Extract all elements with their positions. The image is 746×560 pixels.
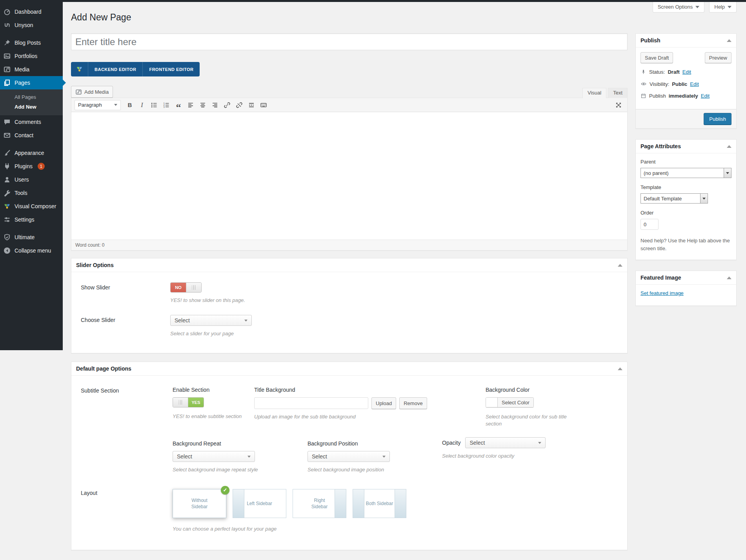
paragraph-format-select[interactable]: Paragraph xyxy=(75,100,121,110)
template-select[interactable]: Default Template xyxy=(640,193,708,204)
caret-down-icon xyxy=(244,320,247,322)
caret-down-icon xyxy=(728,6,731,8)
sidebar-item-media[interactable]: Media xyxy=(0,63,63,76)
bold-icon[interactable] xyxy=(124,100,135,110)
page-title: Add New Page xyxy=(71,12,737,23)
sidebar-item-contact[interactable]: Contact xyxy=(0,129,63,142)
media-icon xyxy=(3,65,11,73)
visual-composer-logo-icon xyxy=(71,62,88,76)
background-position-select[interactable]: Select xyxy=(307,451,390,462)
default-page-options-title: Default page Options xyxy=(76,365,131,372)
read-more-icon[interactable] xyxy=(246,100,257,110)
parent-select[interactable]: (no parent) xyxy=(640,168,731,178)
sidebar-item-blog-posts[interactable]: Blog Posts xyxy=(0,36,63,49)
sidebar-item-appearance[interactable]: Appearance xyxy=(0,146,63,160)
frontend-editor-button[interactable]: FRONTEND EDITOR xyxy=(142,62,200,76)
enable-section-toggle[interactable]: YES xyxy=(173,397,204,407)
order-input[interactable] xyxy=(640,219,659,230)
layout-label: Layout xyxy=(71,489,173,532)
add-media-icon xyxy=(75,89,82,95)
layout-option-left-sidebar[interactable]: Left Sidebar xyxy=(233,489,286,518)
sidebar-item-pages[interactable]: Pages xyxy=(0,76,63,89)
fullscreen-icon[interactable] xyxy=(613,100,624,110)
italic-icon[interactable] xyxy=(136,100,147,110)
order-label: Order xyxy=(640,210,731,216)
sidebar-item-settings[interactable]: Settings xyxy=(0,213,63,226)
sidebar-item-unyson[interactable]: Unyson xyxy=(0,18,63,32)
collapse-arrow-icon xyxy=(3,247,11,255)
link-icon[interactable] xyxy=(222,100,233,110)
sidebar-item-collapse-menu[interactable]: Collapse menu xyxy=(0,244,63,257)
unlink-icon[interactable] xyxy=(234,100,245,110)
sidebar-strip xyxy=(335,489,346,518)
toggle-handle xyxy=(173,398,188,407)
show-slider-help: YES! to show slider on this page. xyxy=(170,297,627,303)
editor-content-area[interactable] xyxy=(71,112,627,240)
show-slider-toggle[interactable]: NO xyxy=(170,282,202,293)
toggle-yes-state: YES xyxy=(188,398,204,407)
collapse-toggle-icon[interactable] xyxy=(727,145,731,148)
layout-option-without-sidebar[interactable]: Without Sidebar xyxy=(173,489,226,518)
preview-button[interactable]: Preview xyxy=(705,52,731,63)
sidebar-item-add-new[interactable]: Add New xyxy=(0,102,63,112)
main-column: BACKEND EDITOR FRONTEND EDITOR Add Media… xyxy=(71,33,628,550)
select-arrow-icon xyxy=(700,194,708,203)
backend-editor-button[interactable]: BACKEND EDITOR xyxy=(88,62,142,76)
blockquote-icon[interactable] xyxy=(173,100,184,110)
slider-options-box: Slider Options Show Slider NO YES! to sh… xyxy=(71,258,628,353)
sidebar-item-portfolios[interactable]: Portfolios xyxy=(0,49,63,63)
select-arrow-icon xyxy=(724,168,731,178)
collapse-toggle-icon[interactable] xyxy=(727,39,731,42)
caret-down-icon xyxy=(382,456,386,458)
numbered-list-icon[interactable]: 123 xyxy=(161,100,172,110)
keyboard-icon[interactable] xyxy=(258,100,269,110)
edit-publish-time-link[interactable]: Edit xyxy=(701,93,710,99)
align-center-icon[interactable] xyxy=(197,100,208,110)
sidebar-item-all-pages[interactable]: All Pages xyxy=(0,92,63,102)
collapse-toggle-icon[interactable] xyxy=(727,276,731,279)
add-media-button[interactable]: Add Media xyxy=(71,86,113,98)
help-tab[interactable]: Help xyxy=(709,2,737,13)
sidebar-item-visual-composer[interactable]: Visual Composer xyxy=(0,200,63,213)
post-title-input[interactable] xyxy=(71,33,628,50)
save-draft-button[interactable]: Save Draft xyxy=(640,52,673,63)
choose-slider-select[interactable]: Select xyxy=(170,315,252,326)
title-background-input[interactable] xyxy=(254,397,368,409)
color-swatch xyxy=(486,398,498,407)
background-position-help: Select background image position xyxy=(307,467,442,473)
select-color-button[interactable]: Select Color xyxy=(486,397,534,407)
remove-button[interactable]: Remove xyxy=(399,397,427,409)
sidebar-item-plugins[interactable]: Plugins 1 xyxy=(0,160,63,173)
layout-option-both-sidebar[interactable]: Both Sidebar xyxy=(353,489,406,518)
sidebar-item-comments[interactable]: Comments xyxy=(0,115,63,129)
sidebar-item-dashboard[interactable]: Dashboard xyxy=(0,5,63,18)
publish-button[interactable]: Publish xyxy=(704,113,731,125)
set-featured-image-link[interactable]: Set featured image xyxy=(640,290,684,296)
align-right-icon[interactable] xyxy=(209,100,220,110)
sidebar-item-tools[interactable]: Tools xyxy=(0,186,63,200)
edit-status-link[interactable]: Edit xyxy=(682,69,691,75)
screen-options-tab[interactable]: Screen Options xyxy=(653,2,705,13)
edit-visibility-link[interactable]: Edit xyxy=(690,81,699,87)
plugins-update-badge: 1 xyxy=(38,163,45,170)
layout-option-right-sidebar[interactable]: Right Sidebar xyxy=(293,489,346,518)
tab-text[interactable]: Text xyxy=(608,88,628,98)
align-left-icon[interactable] xyxy=(185,100,196,110)
background-repeat-label: Background Repeat xyxy=(173,440,307,447)
enable-section-help: YES! to enable subtitle section xyxy=(173,413,254,419)
collapse-toggle-icon[interactable] xyxy=(618,367,622,370)
collapse-toggle-icon[interactable] xyxy=(618,264,622,267)
bullet-list-icon[interactable] xyxy=(149,100,160,110)
shield-icon xyxy=(3,233,11,241)
background-color-help: Select background color for sub title se… xyxy=(486,413,576,427)
opacity-select[interactable]: Select xyxy=(465,437,546,448)
side-column: Publish Save Draft Preview Status: Draft… xyxy=(635,33,737,550)
sidebar-item-ultimate[interactable]: Ultimate xyxy=(0,231,63,244)
background-repeat-select[interactable]: Select xyxy=(173,451,255,462)
slider-options-title: Slider Options xyxy=(76,262,114,268)
tab-visual[interactable]: Visual xyxy=(582,88,606,98)
menu-separator xyxy=(0,142,63,146)
sidebar-item-users[interactable]: Users xyxy=(0,173,63,186)
visual-composer-icon xyxy=(3,202,11,210)
upload-button[interactable]: Upload xyxy=(371,397,396,409)
